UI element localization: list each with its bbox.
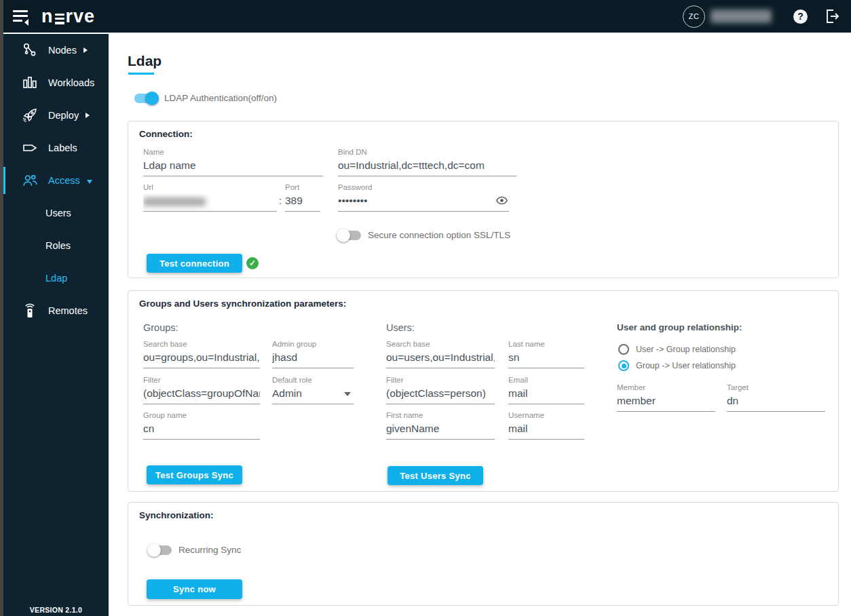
- chevron-right-icon: [83, 47, 88, 53]
- chevron-right-icon: [86, 113, 90, 118]
- name-field-label: Name: [143, 148, 323, 157]
- username-field: Username mail: [508, 411, 584, 440]
- groups-search-base-field: Search base ou=groups,ou=Industrial,: [143, 340, 260, 368]
- sidebar-item-label: Remotes: [48, 305, 88, 316]
- port-field-input[interactable]: 389: [285, 194, 320, 212]
- field-label: Last name: [508, 340, 584, 349]
- username-input[interactable]: mail: [508, 422, 584, 440]
- users-filter-field: Filter (objectClass=person): [386, 376, 495, 404]
- port-field: Port 389: [285, 183, 320, 212]
- version-label: VERSION 2.1.0: [3, 606, 109, 614]
- email-input[interactable]: mail: [508, 387, 584, 404]
- user-group-relationship-radio[interactable]: User -> Group relationship: [618, 344, 736, 355]
- sidebar-subitem-label: Users: [45, 208, 71, 218]
- member-input[interactable]: member: [617, 394, 715, 412]
- workloads-icon: [21, 74, 39, 92]
- group-name-input[interactable]: cn: [143, 422, 260, 440]
- groups-filter-input[interactable]: (objectClass=groupOfNar: [143, 387, 260, 404]
- groups-search-base-input[interactable]: ou=groups,ou=Industrial,: [143, 351, 260, 368]
- logo-e-bars: [55, 14, 64, 24]
- nerve-logo: n rve: [41, 7, 95, 26]
- users-search-base-field: Search base ou=users,ou=Industrial,: [386, 340, 495, 368]
- synchronization-panel: Synchronization: Recurring Sync Sync now: [128, 502, 839, 606]
- users-section-title: Users:: [386, 322, 415, 333]
- secure-connection-toggle-row: Secure connection option SSL/TLS: [338, 230, 510, 240]
- sidebar-item-deploy[interactable]: Deploy: [3, 99, 109, 132]
- secure-connection-toggle[interactable]: [338, 231, 361, 240]
- password-field: Password ••••••••: [338, 183, 509, 212]
- sidebar-subitem-roles[interactable]: Roles: [3, 229, 109, 262]
- groups-section-title: Groups:: [143, 322, 178, 333]
- bind-dn-field-input[interactable]: ou=Industrial,dc=tttech,dc=com: [338, 159, 516, 176]
- field-label: Filter: [386, 376, 495, 385]
- field-label: Default role: [272, 376, 354, 385]
- test-users-sync-button[interactable]: Test Users Sync: [387, 466, 483, 485]
- ldap-auth-toggle[interactable]: [134, 94, 157, 103]
- field-label: Username: [508, 411, 584, 420]
- name-field: Name Ldap name: [143, 148, 323, 176]
- sidebar-item-label: Labels: [48, 142, 77, 153]
- radio-label: Group -> User relationship: [636, 361, 736, 370]
- field-label: Search base: [143, 340, 260, 349]
- sync-parameters-panel: Groups and Users synchronization paramet…: [128, 290, 839, 492]
- dropdown-caret-icon[interactable]: [344, 392, 351, 396]
- recurring-sync-toggle-label: Recurring Sync: [178, 545, 241, 555]
- sidebar-item-workloads[interactable]: Workloads: [3, 66, 109, 99]
- sidebar-item-labels[interactable]: Labels: [3, 132, 109, 164]
- bind-dn-field-label: Bind DN: [338, 148, 516, 157]
- help-icon[interactable]: ?: [793, 9, 808, 24]
- radio-unselected-icon[interactable]: [618, 344, 629, 355]
- field-label: Filter: [143, 376, 260, 385]
- synchronization-panel-title: Synchronization:: [139, 510, 214, 520]
- password-field-input[interactable]: ••••••••: [338, 194, 509, 212]
- field-label: First name: [386, 411, 495, 420]
- group-user-relationship-radio[interactable]: Group -> User relationship: [618, 360, 736, 371]
- admin-group-input[interactable]: jhasd: [272, 351, 354, 368]
- sidebar-item-nodes[interactable]: Nodes: [3, 34, 109, 66]
- radio-selected-icon[interactable]: [618, 360, 629, 371]
- test-groups-sync-button[interactable]: Test Groups Sync: [147, 465, 242, 484]
- member-field: Member member: [617, 383, 715, 412]
- title-underline: [128, 73, 154, 75]
- sync-now-button[interactable]: Sync now: [147, 579, 242, 599]
- test-connection-button[interactable]: Test connection: [147, 254, 242, 273]
- admin-group-field: Admin group jhasd: [272, 340, 354, 368]
- first-name-field: First name givenName: [386, 411, 495, 440]
- menu-toggle-icon[interactable]: [13, 9, 31, 24]
- name-field-input[interactable]: Ldap name: [143, 159, 323, 176]
- radio-label: User -> Group relationship: [636, 345, 736, 354]
- chevron-down-icon: [87, 180, 92, 184]
- target-field: Target dn: [727, 383, 825, 412]
- field-label: Member: [617, 383, 715, 392]
- access-users-icon: [21, 172, 39, 189]
- show-password-eye-icon[interactable]: [496, 195, 508, 208]
- default-role-value[interactable]: Admin: [272, 387, 354, 404]
- sidebar: Nodes Workloads Deploy Labels: [3, 34, 109, 616]
- logout-icon[interactable]: [824, 8, 840, 24]
- groups-filter-field: Filter (objectClass=groupOfNar: [143, 376, 260, 404]
- sync-parameters-panel-title: Groups and Users synchronization paramet…: [139, 299, 346, 309]
- users-filter-input[interactable]: (objectClass=person): [386, 387, 495, 404]
- sidebar-subitem-label: Ldap: [45, 273, 67, 284]
- url-field-input[interactable]: [143, 194, 277, 212]
- deploy-rocket-icon: [21, 107, 39, 124]
- field-label: Search base: [386, 340, 495, 349]
- nodes-icon: [21, 41, 39, 59]
- sidebar-subitem-ldap[interactable]: Ldap: [3, 262, 109, 294]
- target-input[interactable]: dn: [727, 394, 825, 412]
- last-name-input[interactable]: sn: [508, 351, 584, 368]
- sidebar-item-remotes[interactable]: Remotes: [3, 294, 109, 327]
- sidebar-item-label: Nodes: [48, 45, 77, 56]
- field-label: Admin group: [272, 340, 354, 349]
- recurring-sync-toggle[interactable]: [149, 545, 172, 555]
- first-name-input[interactable]: givenName: [386, 422, 495, 440]
- sidebar-subitem-users[interactable]: Users: [3, 197, 109, 229]
- logo-text-rve: rve: [66, 7, 96, 26]
- sidebar-subitem-label: Roles: [45, 240, 71, 251]
- field-label: Target: [727, 383, 825, 392]
- screen-edge-strip: [0, 0, 3, 616]
- active-indicator: [3, 167, 5, 194]
- sidebar-item-access[interactable]: Access: [3, 164, 109, 197]
- users-search-base-input[interactable]: ou=users,ou=Industrial,: [386, 351, 495, 368]
- avatar[interactable]: ZC: [683, 5, 705, 28]
